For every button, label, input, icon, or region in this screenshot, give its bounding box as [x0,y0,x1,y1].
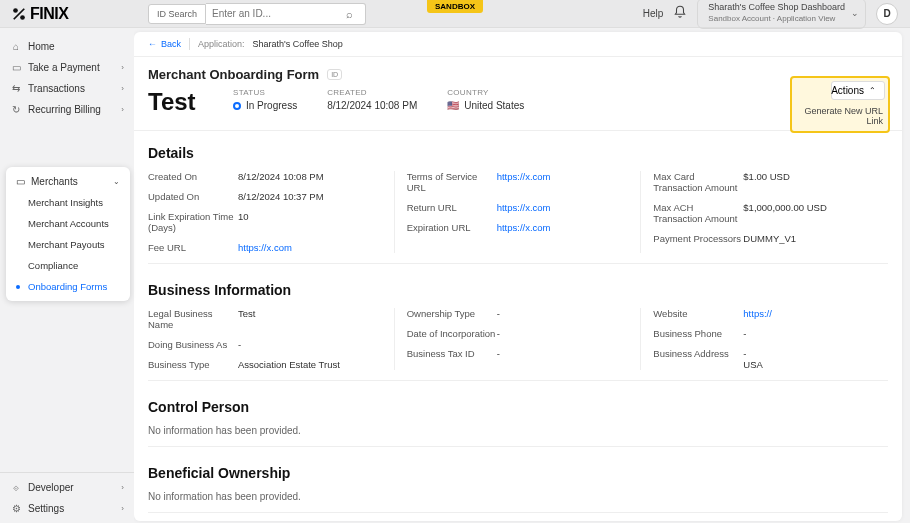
entity-title: Test [148,88,203,116]
copy-id-badge[interactable]: ID [327,69,342,80]
main-panel: ← Back Application: Sharath's Coffee Sho… [134,32,902,521]
taxid-value: - [497,348,500,359]
flyout-insights[interactable]: Merchant Insights [6,192,130,213]
logo-icon [12,7,26,21]
status-value: In Progress [246,100,297,111]
country-value: United States [464,100,524,111]
business-heading: Business Information [148,282,888,298]
gear-icon: ⚙ [10,503,22,514]
sidebar-item-home[interactable]: ⌂Home [0,36,134,57]
beneficial-heading: Beneficial Ownership [148,465,888,481]
chevron-right-icon: › [121,63,124,72]
chevron-up-icon: ⌃ [869,86,876,95]
dashboard-switcher[interactable]: Sharath's Coffee Shop Dashboard Sandbox … [697,0,866,29]
status-dot-icon [233,102,241,110]
back-link[interactable]: ← Back [148,39,181,49]
created-value: 8/12/2024 10:08 PM [327,100,417,111]
transfer-icon: ⇆ [10,83,22,94]
flyout-compliance[interactable]: Compliance [6,255,130,276]
fee-url-link[interactable]: https://x.com [238,242,292,253]
control-empty-msg: No information has been provided. [148,425,888,436]
processors-value: DUMMY_V1 [743,233,796,244]
breadcrumb: ← Back Application: Sharath's Coffee Sho… [134,32,902,57]
search-icon[interactable]: ⌕ [346,8,353,20]
svg-point-1 [20,15,25,20]
svg-point-0 [13,8,18,13]
dba-value: - [238,339,241,350]
expiration-url-link[interactable]: https://x.com [497,222,551,233]
merchants-flyout: ▭Merchants⌄ Merchant Insights Merchant A… [6,167,130,301]
actions-popover: Actions⌃ Generate New URL Link [790,76,890,133]
generate-url-link[interactable]: Generate New URL Link [795,100,885,128]
return-url-link[interactable]: https://x.com [497,202,551,213]
chevron-right-icon: › [121,504,124,513]
chevron-right-icon: › [121,105,124,114]
legal-name-value: Test [238,308,255,330]
business-type-value: Association Estate Trust [238,359,340,370]
avatar[interactable]: D [876,3,898,25]
search-label: ID Search [148,4,206,24]
sidebar-item-recurring[interactable]: ↻Recurring Billing› [0,99,134,120]
website-link[interactable]: https:// [743,308,772,319]
updated-on-value: 8/12/2024 10:37 PM [238,191,324,202]
card-icon: ▭ [10,62,22,73]
help-link[interactable]: Help [643,8,664,19]
crumb-app-label: Application: [198,39,245,49]
page-heading: Merchant Onboarding Form [148,67,319,82]
sidebar-item-transactions[interactable]: ⇆Transactions› [0,78,134,99]
chevron-right-icon: › [121,483,124,492]
merchant-icon: ▭ [16,176,25,187]
repeat-icon: ↻ [10,104,22,115]
chevron-down-icon: ⌄ [851,8,859,20]
sidebar-item-developer[interactable]: ⟐Developer› [0,477,134,498]
ownership-value: - [497,308,500,319]
status-label: STATUS [233,88,297,97]
dashboard-title: Sharath's Coffee Shop Dashboard [708,2,845,14]
beneficial-empty-msg: No information has been provided. [148,491,888,502]
home-icon: ⌂ [10,41,22,52]
code-icon: ⟐ [10,482,22,493]
phone-value: - [743,328,746,339]
bell-icon[interactable] [673,5,687,22]
max-card-value: $1.00 USD [743,171,789,193]
crumb-app-value: Sharath's Coffee Shop [253,39,343,49]
chevron-right-icon: › [121,84,124,93]
sidebar-item-take-payment[interactable]: ▭Take a Payment› [0,57,134,78]
sidebar-item-settings[interactable]: ⚙Settings› [0,498,134,519]
flyout-payouts[interactable]: Merchant Payouts [6,234,130,255]
flyout-onboarding[interactable]: Onboarding Forms [6,276,130,297]
tos-url-link[interactable]: https://x.com [497,171,551,193]
created-on-value: 8/12/2024 10:08 PM [238,171,324,182]
country-label: COUNTRY [447,88,524,97]
link-expiration-value: 10 [238,211,249,233]
flag-icon: 🇺🇸 [447,100,459,111]
chevron-down-icon: ⌄ [113,177,120,186]
created-label: CREATED [327,88,417,97]
search-input[interactable] [206,3,366,25]
flyout-accounts[interactable]: Merchant Accounts [6,213,130,234]
dashboard-sub: Sandbox Account · Application View [708,14,845,24]
flyout-heading[interactable]: ▭Merchants⌄ [6,171,130,192]
actions-button[interactable]: Actions⌃ [831,81,885,100]
max-ach-value: $1,000,000.00 USD [743,202,826,224]
details-heading: Details [148,145,888,161]
sandbox-badge: SANDBOX [427,0,483,13]
logo: FINIX [0,5,134,23]
control-person-heading: Control Person [148,399,888,415]
address-value: -USA [743,348,763,370]
doi-value: - [497,328,500,339]
